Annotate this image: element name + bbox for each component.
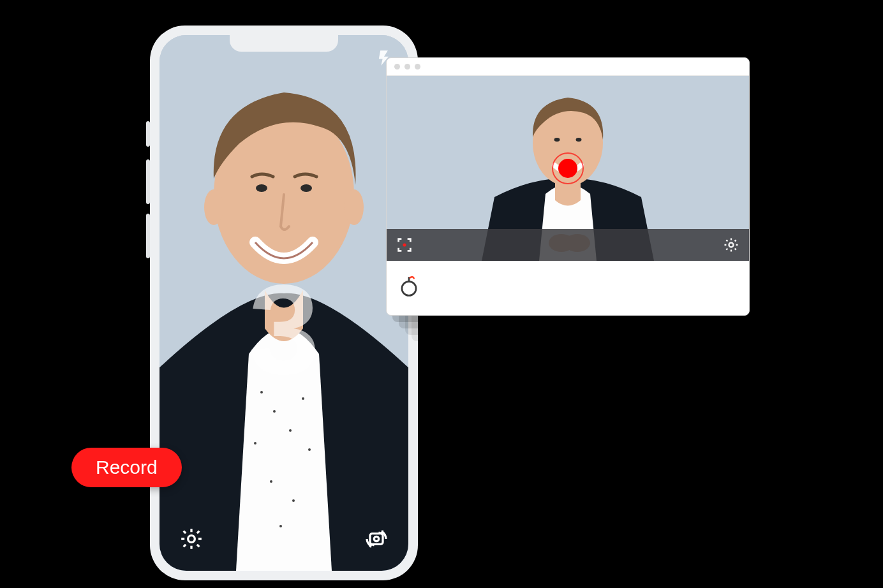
svg-point-2	[273, 410, 276, 413]
svg-point-7	[270, 480, 272, 483]
phone-side-button	[146, 121, 150, 147]
phone-mockup: 3	[150, 26, 418, 580]
bombbomb-logo-icon	[398, 276, 420, 297]
svg-point-15	[188, 536, 195, 543]
browser-window	[386, 57, 750, 316]
browser-traffic-lights	[387, 58, 749, 76]
svg-point-13	[256, 184, 267, 192]
phone-side-button	[146, 214, 150, 258]
phone-bottom-controls	[179, 526, 389, 552]
svg-rect-16	[370, 534, 383, 545]
phone-side-button	[146, 159, 150, 204]
record-button-label: Record	[96, 457, 158, 478]
camera-flip-icon[interactable]	[364, 526, 389, 552]
countdown-number: 3	[248, 266, 319, 393]
svg-point-25	[729, 243, 734, 247]
recording-indicator-icon	[552, 152, 584, 184]
phone-notch	[230, 35, 338, 52]
video-controls-bar	[387, 229, 749, 261]
traffic-dot	[394, 64, 400, 70]
phone-screen: 3	[160, 35, 408, 571]
record-button[interactable]: Record	[71, 448, 182, 487]
svg-point-11	[204, 189, 223, 225]
svg-point-8	[292, 499, 295, 502]
traffic-dot	[415, 64, 420, 70]
gear-icon[interactable]	[179, 526, 204, 552]
svg-point-12	[345, 189, 364, 225]
focus-frame-icon[interactable]	[396, 236, 413, 254]
traffic-dot	[404, 64, 410, 70]
svg-point-14	[301, 184, 312, 192]
svg-point-20	[554, 138, 560, 142]
gear-icon[interactable]	[722, 236, 740, 254]
svg-point-24	[403, 243, 406, 246]
svg-point-26	[402, 281, 416, 295]
svg-point-6	[308, 448, 311, 451]
svg-point-17	[374, 536, 378, 541]
browser-footer	[387, 261, 749, 312]
svg-point-3	[289, 429, 292, 432]
svg-point-5	[254, 442, 256, 445]
browser-video-preview	[387, 76, 749, 261]
svg-point-21	[576, 138, 582, 142]
